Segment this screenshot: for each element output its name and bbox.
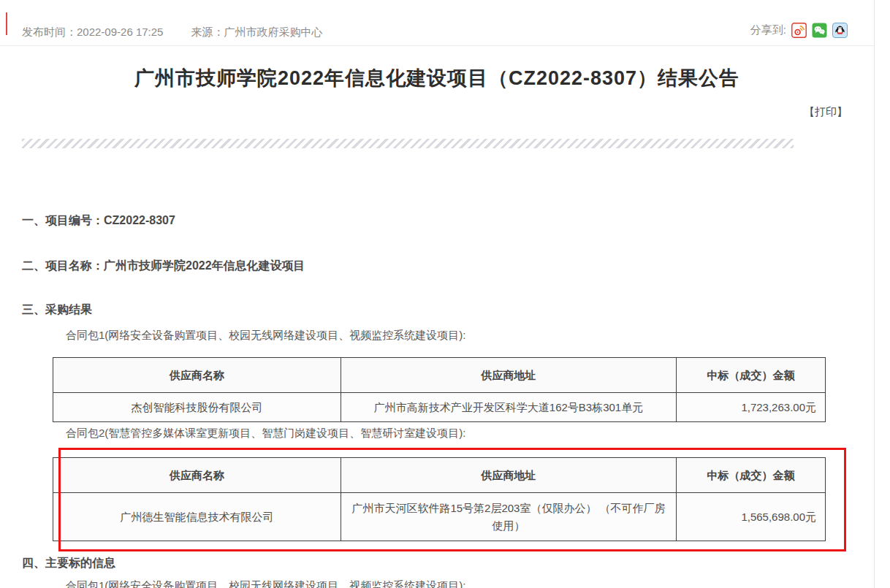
- table-header-row: 供应商名称 供应商地址 中标（成交）金额: [53, 458, 826, 493]
- supplier-address-cell: 广州市天河区软件路15号第2层203室（仅限办公） （不可作厂房使用）: [341, 493, 677, 541]
- print-button[interactable]: 【打印】: [804, 105, 848, 118]
- supplier-name-header: 供应商名称: [53, 458, 341, 493]
- table-header-row: 供应商名称 供应商地址 中标（成交）金额: [53, 358, 826, 393]
- publish-time-value: 2022-09-26 17:25: [77, 26, 163, 38]
- section-project-number: 一、项目编号：CZ2022-8307: [22, 213, 175, 229]
- supplier-name-header: 供应商名称: [53, 358, 341, 393]
- clipped-next-line: 合同包1(网络安全设备购置项目、校园无线网络建设项目、视频监控系统建设项目):: [66, 579, 466, 588]
- supplier-address-cell: 广州市高新技术产业开发区科学大道162号B3栋301单元: [341, 393, 677, 422]
- section-main-subject-info: 四、主要标的信息: [22, 556, 115, 571]
- left-red-marker: [6, 12, 7, 35]
- award-amount-header: 中标（成交）金额: [677, 458, 826, 493]
- source-value: 广州市政府采购中心: [224, 26, 322, 38]
- section-project-name: 二、项目名称：广州市技师学院2022年信息化建设项目: [22, 259, 305, 274]
- contract-package-1-label: 合同包1(网络安全设备购置项目、校园无线网络建设项目、视频监控系统建设项目):: [66, 329, 466, 343]
- qq-icon[interactable]: [832, 23, 848, 38]
- announcement-page: 发布时间：2022-09-26 17:25来源：广州市政府采购中心 分享到:: [0, 0, 890, 588]
- supplier-name-cell: 广州德生智能信息技术有限公司: [53, 493, 341, 541]
- table-row: 广州德生智能信息技术有限公司 广州市天河区软件路15号第2层203室（仅限办公）…: [53, 493, 826, 541]
- share-bar: 分享到:: [750, 23, 848, 38]
- contract-package-2-label: 合同包2(智慧管控多媒体课室更新项目、智慧门岗建设项目、智慧研讨室建设项目):: [66, 427, 466, 440]
- result-table-package2: 供应商名称 供应商地址 中标（成交）金额 广州德生智能信息技术有限公司 广州市天…: [53, 457, 826, 541]
- source-label: 来源：: [191, 26, 224, 38]
- striped-divider: [22, 139, 794, 148]
- award-amount-header: 中标（成交）金额: [677, 358, 826, 393]
- wechat-icon[interactable]: [812, 23, 827, 38]
- page-right-edge-divider: [874, 0, 875, 588]
- award-amount-cell: 1,723,263.00元: [677, 393, 826, 422]
- share-label: 分享到:: [750, 23, 786, 37]
- supplier-address-header: 供应商地址: [341, 458, 677, 493]
- print-row: 【打印】: [0, 105, 848, 119]
- meta-bar: 发布时间：2022-09-26 17:25来源：广州市政府采购中心: [22, 26, 322, 39]
- supplier-address-header: 供应商地址: [341, 358, 677, 393]
- result-table-package1: 供应商名称 供应商地址 中标（成交）金额 杰创智能科技股份有限公司 广州市高新技…: [53, 357, 826, 422]
- publish-time-label: 发布时间：: [22, 26, 77, 38]
- meta-divider-line: [0, 45, 874, 46]
- section-procurement-result: 三、采购结果: [22, 302, 92, 318]
- weibo-icon[interactable]: [791, 23, 807, 38]
- award-amount-cell: 1,565,698.00元: [677, 493, 826, 541]
- table-row: 杰创智能科技股份有限公司 广州市高新技术产业开发区科学大道162号B3栋301单…: [53, 393, 826, 422]
- page-title: 广州市技师学院2022年信息化建设项目（CZ2022-8307）结果公告: [0, 65, 874, 91]
- supplier-name-cell: 杰创智能科技股份有限公司: [53, 393, 341, 422]
